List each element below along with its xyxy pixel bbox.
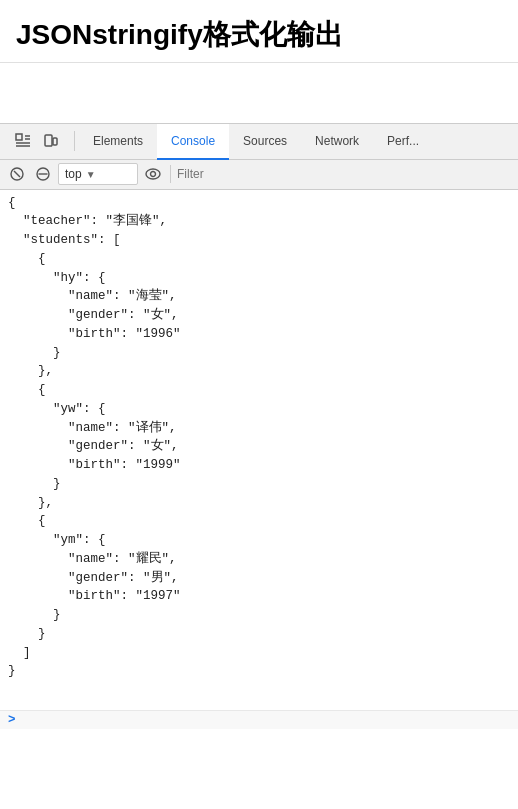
devtools-icon-group <box>4 130 70 152</box>
console-line: "name": "海莹", <box>0 287 518 306</box>
console-line: "birth": "1996" <box>0 325 518 344</box>
console-line: "gender": "女", <box>0 437 518 456</box>
console-line: "teacher": "李国锋", <box>0 212 518 231</box>
console-line: "hy": { <box>0 269 518 288</box>
svg-point-12 <box>151 172 156 177</box>
console-line: } <box>0 344 518 363</box>
svg-rect-5 <box>45 135 52 146</box>
clear-console-icon[interactable] <box>6 163 28 185</box>
console-line: { <box>0 194 518 213</box>
svg-rect-0 <box>16 134 22 140</box>
console-line: "yw": { <box>0 400 518 419</box>
tab-network[interactable]: Network <box>301 124 373 160</box>
console-line: { <box>0 381 518 400</box>
console-line: } <box>0 662 518 681</box>
console-line: } <box>0 475 518 494</box>
tab-console[interactable]: Console <box>157 124 229 160</box>
console-line: }, <box>0 362 518 381</box>
tab-sources[interactable]: Sources <box>229 124 301 160</box>
console-line: "ym": { <box>0 531 518 550</box>
console-line: } <box>0 606 518 625</box>
console-line: { <box>0 512 518 531</box>
console-line: "students": [ <box>0 231 518 250</box>
console-line: "name": "译伟", <box>0 419 518 438</box>
console-line: ] <box>0 644 518 663</box>
inspect-element-icon[interactable] <box>12 130 34 152</box>
console-line: "birth": "1997" <box>0 587 518 606</box>
page-title: JSONstringify格式化输出 <box>16 18 502 52</box>
prompt-symbol: > <box>8 713 16 727</box>
svg-rect-6 <box>53 138 57 145</box>
tab-elements[interactable]: Elements <box>79 124 157 160</box>
svg-point-11 <box>146 169 160 179</box>
console-toolbar: top ▼ <box>0 160 518 190</box>
console-line: "gender": "女", <box>0 306 518 325</box>
devtools-tab-bar: Elements Console Sources Network Perf... <box>0 124 518 160</box>
filter-input[interactable] <box>177 167 512 181</box>
console-line: "name": "耀民", <box>0 550 518 569</box>
tab-perf[interactable]: Perf... <box>373 124 433 160</box>
console-line: "gender": "男", <box>0 569 518 588</box>
context-selector[interactable]: top ▼ <box>58 163 138 185</box>
console-prompt-line[interactable]: > <box>0 710 518 729</box>
page-title-area: JSONstringify格式化输出 <box>0 0 518 63</box>
console-line: { <box>0 250 518 269</box>
toolbar-separator <box>74 131 75 151</box>
toolbar2-separator <box>170 165 171 183</box>
block-icon[interactable] <box>32 163 54 185</box>
devtools-panel: Elements Console Sources Network Perf... <box>0 123 518 729</box>
console-line: }, <box>0 494 518 513</box>
console-line: "birth": "1999" <box>0 456 518 475</box>
console-output: { "teacher": "李国锋", "students": [ { "hy"… <box>0 190 518 710</box>
device-toolbar-icon[interactable] <box>40 130 62 152</box>
console-line: } <box>0 625 518 644</box>
eye-icon[interactable] <box>142 163 164 185</box>
spacer <box>0 63 518 123</box>
devtools-tabs: Elements Console Sources Network Perf... <box>79 123 514 159</box>
context-selector-arrow: ▼ <box>86 169 96 180</box>
svg-line-8 <box>14 171 20 177</box>
